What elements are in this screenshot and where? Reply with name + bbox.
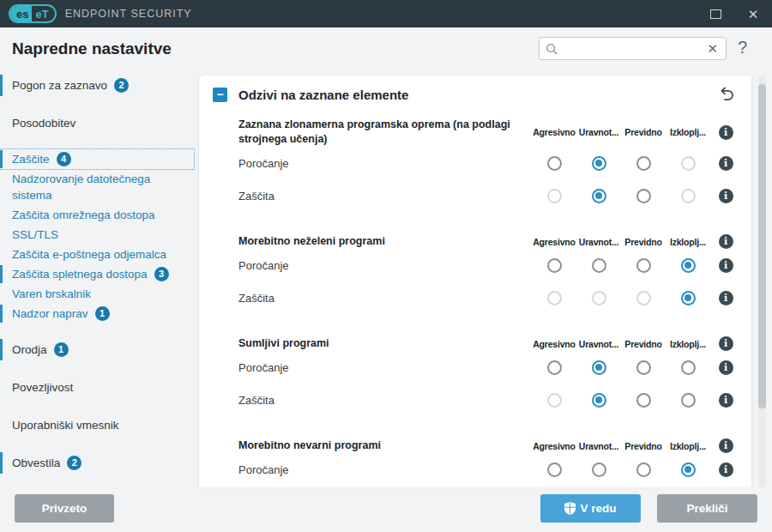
search-clear-icon[interactable]: ✕ bbox=[705, 42, 720, 55]
help-button[interactable]: ? bbox=[738, 38, 747, 57]
sidebar-item-label: Zaščite bbox=[12, 153, 50, 166]
info-icon[interactable]: i bbox=[719, 189, 733, 203]
scrollbar-track[interactable] bbox=[758, 76, 766, 487]
sidebar-item-label: Nadzor naprav bbox=[12, 307, 88, 320]
count-badge: 3 bbox=[154, 267, 169, 281]
setting-group: Zaznana zlonamerna programska oprema (na… bbox=[238, 118, 741, 212]
sidebar-item[interactable]: Uporabniški vmesnik bbox=[0, 414, 194, 437]
radio-cell bbox=[621, 360, 666, 375]
row-label: Zaščita bbox=[238, 190, 532, 203]
info-cell: i bbox=[710, 336, 741, 351]
group-header: Sumljivi programiAgresivnoUravnot...Prev… bbox=[238, 336, 741, 351]
radio-button-selected[interactable] bbox=[592, 189, 606, 203]
sidebar-item[interactable]: Zaščita omrežnega dostopa bbox=[0, 205, 194, 225]
default-button[interactable]: Privzeto bbox=[15, 494, 114, 523]
count-badge: 2 bbox=[114, 78, 129, 93]
radio-button-disabled bbox=[636, 291, 651, 305]
radio-button-normal[interactable] bbox=[592, 258, 606, 273]
radio-button-normal[interactable] bbox=[681, 360, 696, 375]
sidebar-item-label: Pogon za zaznavo bbox=[12, 79, 107, 92]
radio-button-selected[interactable] bbox=[681, 462, 696, 477]
setting-row: Poročanjei bbox=[238, 351, 741, 384]
sidebar-item[interactable]: Nadzorovanje datotečnega sistema bbox=[0, 169, 194, 205]
close-button[interactable]: ✕ bbox=[734, 0, 772, 27]
setting-row: Zaščitai bbox=[238, 281, 741, 314]
info-cell: i bbox=[710, 393, 741, 408]
default-button-label: Privzeto bbox=[42, 502, 87, 515]
radio-cell bbox=[576, 291, 621, 305]
sidebar-item[interactable]: Povezljivost bbox=[0, 376, 194, 399]
info-icon[interactable]: i bbox=[719, 291, 733, 305]
radio-button-normal[interactable] bbox=[547, 360, 562, 375]
sidebar-item[interactable]: Nadzor naprav1 bbox=[0, 304, 194, 323]
row-label: Zaščita bbox=[238, 394, 532, 407]
radio-cell bbox=[576, 462, 621, 477]
radio-button-normal[interactable] bbox=[636, 462, 651, 477]
reset-icon[interactable] bbox=[719, 87, 734, 102]
column-header: Agresivno bbox=[532, 237, 576, 247]
collapse-icon[interactable]: − bbox=[213, 88, 227, 102]
info-cell: i bbox=[710, 234, 741, 249]
radio-button-normal[interactable] bbox=[547, 258, 562, 273]
info-icon[interactable]: i bbox=[719, 156, 733, 171]
sidebar-item[interactable]: Zaščite4 bbox=[0, 149, 194, 169]
radio-button-normal[interactable] bbox=[636, 189, 651, 203]
radio-button-disabled bbox=[681, 156, 696, 171]
scrollbar-thumb[interactable] bbox=[758, 84, 766, 408]
radio-button-disabled bbox=[547, 291, 562, 305]
radio-button-normal[interactable] bbox=[547, 156, 562, 171]
sidebar-item[interactable]: Zaščita e-poštnega odjemalca bbox=[0, 245, 194, 264]
group-title: Sumljivi programi bbox=[238, 336, 532, 351]
radio-button-selected[interactable] bbox=[592, 393, 606, 408]
radio-button-selected[interactable] bbox=[681, 258, 696, 273]
radio-button-normal[interactable] bbox=[592, 462, 606, 477]
radio-cell bbox=[576, 393, 621, 408]
info-cell: i bbox=[710, 291, 741, 305]
info-icon[interactable]: i bbox=[719, 360, 733, 375]
info-icon[interactable]: i bbox=[719, 438, 733, 453]
radio-cell bbox=[621, 156, 666, 171]
radio-button-selected[interactable] bbox=[592, 156, 606, 171]
maximize-button[interactable] bbox=[697, 0, 734, 27]
row-label: Poročanje bbox=[238, 157, 532, 170]
info-icon[interactable]: i bbox=[719, 234, 733, 249]
info-icon[interactable]: i bbox=[719, 393, 733, 408]
radio-button-normal[interactable] bbox=[547, 462, 562, 477]
eset-logo: es eT bbox=[9, 4, 57, 23]
info-icon[interactable]: i bbox=[719, 336, 733, 351]
sidebar-item[interactable]: Zaščita spletnega dostopa3 bbox=[0, 264, 194, 284]
sidebar-item-label: Obvestila bbox=[12, 456, 60, 469]
page-title: Napredne nastavitve bbox=[12, 39, 172, 58]
column-header: Izkloplj... bbox=[666, 237, 710, 247]
search-input[interactable] bbox=[558, 41, 705, 56]
ok-button[interactable]: V redu bbox=[540, 494, 641, 523]
radio-button-normal[interactable] bbox=[681, 393, 696, 408]
search-box[interactable]: ✕ bbox=[539, 37, 727, 60]
radio-button-normal[interactable] bbox=[636, 393, 651, 408]
info-cell: i bbox=[710, 156, 741, 171]
info-icon[interactable]: i bbox=[719, 125, 733, 140]
column-header: Agresivno bbox=[532, 339, 576, 349]
radio-cell bbox=[666, 360, 710, 375]
info-icon[interactable]: i bbox=[719, 258, 733, 273]
sidebar-item[interactable]: Pogon za zaznavo2 bbox=[0, 74, 194, 97]
info-icon[interactable]: i bbox=[719, 462, 733, 477]
radio-button-selected[interactable] bbox=[681, 291, 696, 305]
sidebar-item[interactable]: Posodobitev bbox=[0, 112, 194, 135]
count-badge: 2 bbox=[67, 456, 81, 470]
sidebar-item[interactable]: SSL/TLS bbox=[0, 225, 194, 245]
radio-button-disabled bbox=[547, 393, 562, 408]
cancel-button[interactable]: Prekliči bbox=[657, 494, 757, 523]
radio-button-normal[interactable] bbox=[636, 360, 651, 375]
radio-cell bbox=[532, 393, 576, 408]
info-cell: i bbox=[710, 189, 741, 203]
content-card: − Odzivi na zaznane elemente Zaznana zlo… bbox=[199, 76, 751, 487]
count-badge: 1 bbox=[95, 306, 110, 321]
radio-button-selected[interactable] bbox=[592, 360, 606, 375]
sidebar-item[interactable]: Varen brskalnik bbox=[0, 284, 194, 304]
sidebar-item[interactable]: Obvestila2 bbox=[0, 451, 194, 475]
radio-button-normal[interactable] bbox=[636, 156, 651, 171]
column-header: Uravnot... bbox=[576, 127, 621, 137]
sidebar-item[interactable]: Orodja1 bbox=[0, 338, 194, 361]
radio-button-normal[interactable] bbox=[636, 258, 651, 273]
